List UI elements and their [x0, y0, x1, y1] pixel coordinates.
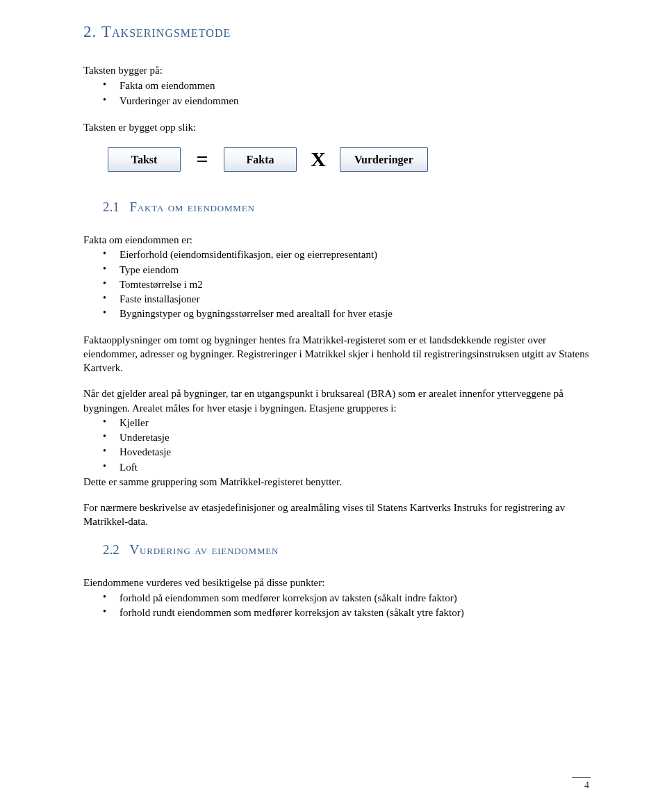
- list-item: Type eiendom: [83, 263, 591, 277]
- list-item: forhold på eiendommen som medfører korre…: [83, 591, 591, 605]
- fakta-intro-text: Fakta om eiendommen er:: [83, 233, 591, 247]
- list-item: Vurderinger av eiendommen: [83, 94, 591, 108]
- list-item: Tomtestørrelse i m2: [83, 277, 591, 291]
- reference-paragraph: For nærmere beskrivelse av etasjedefinis…: [83, 501, 591, 529]
- subsection-heading-22: 2.2 Vurdering av eiendommen: [103, 541, 591, 559]
- list-item: Faste installasjoner: [83, 292, 591, 306]
- fakta-paragraph: Faktaopplysninger om tomt og bygninger h…: [83, 333, 591, 375]
- formula-box-fakta: Fakta: [224, 147, 297, 172]
- list-item: forhold rundt eiendommen som medfører ko…: [83, 606, 591, 619]
- intro-text: Taksten bygger på:: [83, 63, 591, 77]
- gruppering-line: Dette er samme gruppering som Matrikkel-…: [83, 475, 591, 489]
- list-item: Eierforhold (eiendomsidentifikasjon, eie…: [83, 247, 591, 261]
- list-item: Kjeller: [83, 416, 591, 430]
- page-number: 4: [572, 777, 591, 793]
- built-line-text: Taksten er bygget opp slik:: [83, 120, 591, 134]
- fakta-bullet-list: Eierforhold (eiendomsidentifikasjon, eie…: [83, 247, 591, 320]
- intro-bullet-list: Fakta om eiendommen Vurderinger av eiend…: [83, 79, 591, 108]
- formula-box-takst: Takst: [108, 147, 181, 172]
- subsection-number: 2.1: [103, 200, 120, 214]
- subsection-title: Fakta om eiendommen: [130, 200, 255, 214]
- areal-paragraph: Når det gjelder areal på bygninger, tar …: [83, 387, 591, 415]
- formula-row: Takst = Fakta X Vurderinger: [108, 145, 591, 174]
- vurdering-bullet-list: forhold på eiendommen som medfører korre…: [83, 591, 591, 620]
- subsection-heading-21: 2.1 Fakta om eiendommen: [103, 198, 591, 216]
- etasje-bullet-list: Kjeller Underetasje Hovedetasje Loft: [83, 416, 591, 474]
- section-title: Takseringsmetode: [101, 23, 231, 40]
- subsection-number: 2.2: [103, 542, 120, 557]
- section-heading: 2. Takseringsmetode: [83, 21, 591, 42]
- vurdering-intro-text: Eiendommene vurderes ved besiktigelse på…: [83, 576, 591, 590]
- subsection-title: Vurdering av eiendommen: [130, 542, 279, 557]
- list-item: Loft: [83, 460, 591, 474]
- section-number: 2.: [83, 23, 97, 40]
- formula-box-vurderinger: Vurderinger: [340, 147, 428, 172]
- formula-equals: =: [193, 145, 211, 174]
- formula-multiply: X: [309, 145, 327, 174]
- list-item: Fakta om eiendommen: [83, 79, 591, 92]
- list-item: Underetasje: [83, 430, 591, 444]
- list-item: Bygningstyper og bygningsstørrelser med …: [83, 307, 591, 320]
- list-item: Hovedetasje: [83, 445, 591, 459]
